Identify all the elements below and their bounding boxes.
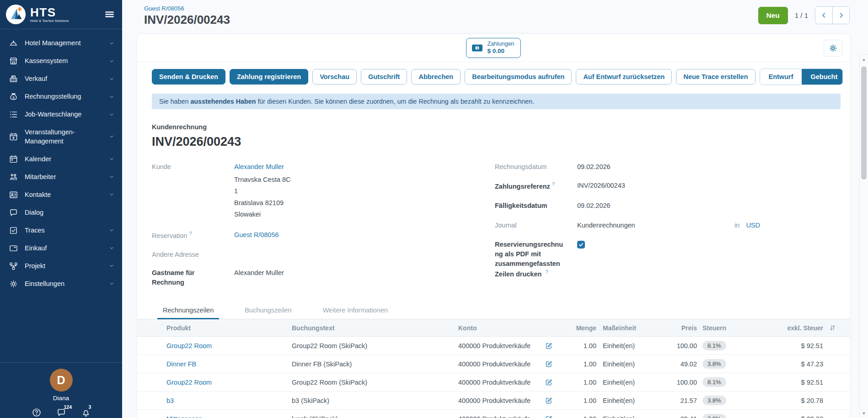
action-senden-drucken-button[interactable]: Senden & Drucken xyxy=(152,69,225,85)
col-header-exkl-steuer[interactable]: exkl. Steuer xyxy=(767,324,825,332)
tax-badge[interactable]: 3.8% xyxy=(702,414,726,418)
action-vorschau-button[interactable]: Vorschau xyxy=(312,69,357,85)
reservation-link[interactable]: Guest R/08056 xyxy=(234,231,279,238)
line-label[interactable]: Group22 Room (SkiPack) xyxy=(288,379,455,386)
prev-record-button[interactable] xyxy=(815,7,832,24)
help-icon[interactable] xyxy=(32,407,42,418)
action-abbrechen-button[interactable]: Abbrechen xyxy=(411,69,461,85)
action-bearbeitungsmodus-aufrufen-button[interactable]: Bearbeitungsmodus aufrufen xyxy=(465,69,572,85)
product-link[interactable]: Dinner FB xyxy=(166,360,196,368)
next-record-button[interactable] xyxy=(832,7,849,24)
price-value[interactable]: 29.41 xyxy=(671,415,699,418)
sidebar-item-kalender[interactable]: Kalender xyxy=(0,150,122,168)
col-header-buchungstext[interactable]: Buchungstext xyxy=(288,324,455,332)
tab-weitere-informationen[interactable]: Weitere Informationen xyxy=(317,302,393,319)
sidebar-item-hotel-management[interactable]: Hotel Management xyxy=(0,34,122,52)
account-value[interactable]: 400000 Produktverkäufe xyxy=(455,360,540,368)
sidebar-item-projekt[interactable]: Projekt xyxy=(0,257,122,275)
messages-icon[interactable]: 124 xyxy=(56,407,66,418)
help-marker-icon[interactable]: ? xyxy=(552,181,555,187)
edit-line-button[interactable] xyxy=(540,360,558,368)
line-label[interactable]: Dinner FB (SkiPack) xyxy=(288,360,455,368)
uom-value[interactable]: Einheit(en) xyxy=(598,379,671,386)
journal-value[interactable]: Kundenrechnungen xyxy=(577,221,635,230)
account-value[interactable]: 400000 Produktverkäufe xyxy=(455,397,540,404)
product-link[interactable]: b3 xyxy=(166,397,174,404)
optional-columns-button[interactable] xyxy=(825,324,850,332)
edit-line-button[interactable] xyxy=(540,415,558,418)
breadcrumb[interactable]: Guest R/08056 xyxy=(144,5,230,12)
action-auf-entwurf-zurucksetzen-button[interactable]: Auf Entwurf zurücksetzen xyxy=(576,69,672,85)
price-value[interactable]: 21.57 xyxy=(671,397,699,404)
uom-value[interactable]: Einheit(en) xyxy=(598,360,671,368)
product-link[interactable]: Group22 Room xyxy=(166,342,212,349)
uom-value[interactable]: Einheit(en) xyxy=(598,342,671,349)
tab-rechnungszeilen[interactable]: Rechnungszeilen xyxy=(157,302,219,319)
help-marker-icon[interactable]: ? xyxy=(545,269,548,275)
quantity-value[interactable]: 1.00 xyxy=(558,342,598,349)
account-value[interactable]: 400000 Produktverkäufe xyxy=(455,342,540,349)
guest-name-value[interactable]: Alexander Muller xyxy=(234,268,472,287)
sidebar-item-rechnungsstellung[interactable]: $Rechnungsstellung xyxy=(0,88,122,106)
col-header-menge[interactable]: Menge xyxy=(558,324,598,332)
menu-toggle-icon[interactable] xyxy=(104,9,115,20)
vertical-scrollbar[interactable]: ▲ ▼ xyxy=(859,54,868,418)
tax-badge[interactable]: 3.8% xyxy=(702,396,726,405)
scrollbar-thumb[interactable] xyxy=(861,66,867,180)
sidebar-item-veranstaltungen-management[interactable]: Veranstaltungen-Management xyxy=(0,123,122,150)
price-value[interactable]: 100.00 xyxy=(671,379,699,386)
line-label[interactable]: lunch (SkiPack) xyxy=(288,415,455,418)
scroll-down-arrow-icon[interactable]: ▼ xyxy=(860,409,868,418)
action-neue-trace-erstellen-button[interactable]: Neue Trace erstellen xyxy=(676,69,755,85)
tab-buchungszeilen[interactable]: Buchungszeilen xyxy=(239,302,297,319)
product-link[interactable]: Mittagessen xyxy=(166,415,202,418)
sidebar-item-einstellungen[interactable]: Einstellungen xyxy=(0,275,122,293)
uom-value[interactable]: Einheit(en) xyxy=(598,415,671,418)
other-address-value[interactable] xyxy=(234,250,472,259)
currency-link[interactable]: USD xyxy=(746,222,760,229)
notifications-bell-icon[interactable]: 3 xyxy=(81,407,91,418)
line-label[interactable]: Group22 Room (SkiPack) xyxy=(288,342,455,349)
sidebar-item-kontakte[interactable]: Kontakte xyxy=(0,186,122,204)
customer-link[interactable]: Alexander Muller xyxy=(234,163,284,170)
col-header-produkt[interactable]: Produkt xyxy=(137,324,288,332)
sidebar-item-kassensystem[interactable]: Kassensystem xyxy=(0,52,122,70)
quantity-value[interactable]: 1.00 xyxy=(558,397,598,404)
tax-badge[interactable]: 8.1% xyxy=(702,341,726,350)
edit-line-button[interactable] xyxy=(540,397,558,405)
sidebar-item-traces[interactable]: Traces xyxy=(0,222,122,239)
sidebar-item-dialog[interactable]: Dialog xyxy=(0,204,122,222)
tax-badge[interactable]: 3.8% xyxy=(702,359,726,369)
new-button[interactable]: Neu xyxy=(758,7,788,24)
avatar[interactable]: D xyxy=(50,369,73,392)
sidebar-item-mitarbeiter[interactable]: Mitarbeiter xyxy=(0,168,122,186)
settings-gear-button[interactable] xyxy=(824,40,842,57)
price-value[interactable]: 49.02 xyxy=(671,360,699,368)
col-header-masseinheit[interactable]: Maßeinheit xyxy=(598,324,671,332)
sidebar-item-job-warteschlange[interactable]: Job-Warteschlange xyxy=(0,106,122,123)
status-entwurf[interactable]: Entwurf xyxy=(760,69,802,85)
edit-line-button[interactable] xyxy=(540,342,558,350)
col-header-steuern[interactable]: Steuern xyxy=(699,324,767,332)
uom-value[interactable]: Einheit(en) xyxy=(598,397,671,404)
line-label[interactable]: b3 (SkiPack) xyxy=(288,397,455,404)
due-date-value[interactable]: 09.02.2026 xyxy=(577,201,760,211)
hts-logo-icon[interactable] xyxy=(5,4,26,25)
col-header-konto[interactable]: Konto xyxy=(455,324,540,332)
account-value[interactable]: 400000 Produktverkäufe xyxy=(455,415,540,418)
quantity-value[interactable]: 1.00 xyxy=(558,415,598,418)
payment-ref-value[interactable]: INV/2026/00243 xyxy=(577,181,760,191)
quantity-value[interactable]: 1.00 xyxy=(558,360,598,368)
product-link[interactable]: Group22 Room xyxy=(166,379,212,386)
pdf-summary-checkbox[interactable] xyxy=(577,241,585,249)
col-header-preis[interactable]: Preis xyxy=(671,324,699,332)
status-gebucht[interactable]: Gebucht xyxy=(802,69,843,85)
tax-badge[interactable]: 8.1% xyxy=(702,377,726,387)
quantity-value[interactable]: 1.00 xyxy=(558,379,598,386)
edit-line-button[interactable] xyxy=(540,378,558,386)
sidebar-item-verkauf[interactable]: Verkauf xyxy=(0,70,122,88)
scroll-up-arrow-icon[interactable]: ▲ xyxy=(860,55,868,63)
action-zahlung-registrieren-button[interactable]: Zahlung registrieren xyxy=(230,69,308,85)
invoice-date-value[interactable]: 09.02.2026 xyxy=(577,162,760,172)
payments-stat-button[interactable]: 1 Zahlungen $ 0.00 xyxy=(466,38,520,58)
